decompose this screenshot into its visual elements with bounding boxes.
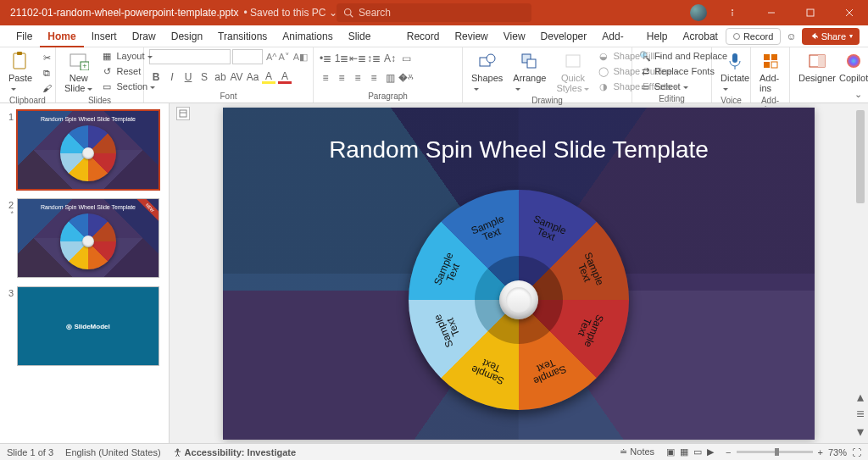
normal-view-button[interactable]: ▣ [666, 446, 675, 457]
changecase-button[interactable]: Aa [246, 70, 259, 84]
feedback-smile-icon[interactable]: ☺ [786, 30, 796, 42]
tab-view[interactable]: View [496, 25, 533, 47]
tab-help[interactable]: Help [639, 25, 676, 47]
italic-button[interactable]: I [165, 70, 179, 84]
status-bar: Slide 1 of 3 English (United States) Acc… [0, 443, 868, 460]
tab-review[interactable]: Review [447, 25, 495, 47]
ribbon-tabs: FileHomeInsertDrawDesignTransitionsAnima… [0, 25, 868, 47]
tab-slide-show[interactable]: Slide Show [341, 25, 399, 47]
tab-home[interactable]: Home [40, 25, 83, 47]
language-status[interactable]: English (United States) [65, 447, 161, 457]
user-avatar[interactable] [690, 4, 707, 21]
thumbnail-2[interactable]: 2*Random Spin Wheel Slide TemplateNEW [0, 197, 169, 285]
addins-button[interactable]: Add-ins [756, 49, 784, 95]
shapes-button[interactable]: Shapes [468, 49, 506, 95]
outline-toggle-icon[interactable] [176, 107, 190, 120]
zoom-control[interactable]: − + 73% ⛶ [726, 447, 861, 457]
share-icon [809, 31, 818, 41]
ribbon-display-options[interactable] [719, 0, 746, 25]
arrange-button[interactable]: Arrange [509, 49, 549, 95]
underline-button[interactable]: U [181, 70, 195, 84]
highlight-button[interactable]: A [262, 70, 275, 84]
numbering-button[interactable]: 1≣ [335, 52, 348, 65]
slide-1[interactable]: Random Spin Wheel Slide Template SampleT… [223, 108, 815, 440]
shape-fill-button[interactable]: ◒Shape Fill [596, 49, 682, 63]
save-state[interactable]: • Saved to this PC ⌄ [243, 7, 337, 19]
collapse-ribbon-button[interactable]: ⌄ [851, 87, 865, 101]
tab-insert[interactable]: Insert [84, 25, 125, 47]
tab-record[interactable]: Record [399, 25, 448, 47]
listlevel-button[interactable]: ⇤≣ [351, 52, 364, 65]
strike-button[interactable]: S [198, 70, 211, 84]
tab-transitions[interactable]: Transitions [210, 25, 275, 47]
new-slide-button[interactable]: + New Slide [61, 49, 96, 95]
zoom-out-button[interactable]: − [726, 447, 731, 457]
svg-rect-18 [764, 54, 770, 60]
shape-effects-button[interactable]: ◑Shape Effects [596, 80, 682, 93]
font-family-combo[interactable] [149, 49, 231, 64]
copilot-button[interactable]: Copilot [836, 49, 868, 85]
tab-design[interactable]: Design [164, 25, 210, 47]
dictate-button[interactable]: Dictate [717, 49, 753, 95]
vertical-scrollbar[interactable] [854, 110, 866, 419]
font-size-combo[interactable] [232, 49, 263, 64]
font-color-button[interactable]: A [278, 70, 292, 84]
svg-point-27 [176, 448, 179, 451]
zoom-percent[interactable]: 73% [828, 447, 847, 457]
share-button[interactable]: Share ▾ [802, 28, 860, 45]
sorter-view-button[interactable]: ▦ [680, 446, 688, 457]
columns-button[interactable]: ▥ [383, 71, 397, 85]
linespacing-button[interactable]: ↕≣ [367, 52, 381, 65]
tab-draw[interactable]: Draw [125, 25, 164, 47]
search-box[interactable]: Search [337, 3, 531, 22]
notes-button[interactable]: ≐ Notes [620, 446, 654, 457]
close-button[interactable] [836, 0, 863, 25]
slide-counter[interactable]: Slide 1 of 3 [7, 447, 53, 457]
svg-rect-7 [14, 53, 25, 69]
copy-button[interactable]: ⧉ [39, 66, 54, 80]
align-center-button[interactable]: ≡ [335, 71, 348, 85]
textdirection-button[interactable]: A↕ [383, 52, 397, 65]
reading-view-button[interactable]: ▭ [693, 446, 702, 457]
maximize-button[interactable] [797, 0, 824, 25]
svg-rect-19 [771, 54, 777, 60]
align-justify-button[interactable]: ≡ [367, 71, 381, 85]
bold-button[interactable]: B [149, 70, 163, 84]
align-right-button[interactable]: ≡ [351, 71, 364, 85]
format-painter-button[interactable]: 🖌 [39, 81, 54, 95]
workspace: 1Random Spin Wheel Slide Template2*Rando… [0, 103, 868, 443]
record-icon [733, 33, 740, 40]
spin-wheel: SampleTextSampleTextSampleTextSampleText… [409, 190, 629, 410]
group-label-paragraph: Paragraph [319, 91, 457, 103]
wheel-hub [499, 280, 538, 319]
align-left-button[interactable]: ≡ [319, 71, 332, 85]
group-label-clipboard: Clipboard [5, 95, 50, 107]
paste-button[interactable]: Paste [5, 49, 36, 95]
aligntext-button[interactable]: ▭ [399, 52, 413, 65]
cut-button[interactable]: ✂ [39, 51, 54, 64]
tab-acrobat[interactable]: Acrobat [676, 25, 726, 47]
smartart-button[interactable]: �ⰻ [399, 71, 413, 85]
shape-outline-button[interactable]: ◯Shape Outline [596, 64, 682, 78]
slideshow-view-button[interactable]: ▶ [707, 446, 714, 457]
svg-line-1 [350, 14, 353, 17]
minimize-button[interactable] [758, 0, 785, 25]
thumbnail-1[interactable]: 1Random Spin Wheel Slide Template [0, 108, 169, 197]
zoom-in-button[interactable]: + [818, 447, 823, 457]
tab-developer[interactable]: Developer [533, 25, 595, 47]
tab-file[interactable]: File [8, 25, 40, 47]
shadow-button[interactable]: ab [214, 70, 227, 84]
font-format-row: B I U S ab AV Aa A A [149, 70, 292, 84]
tab-animations[interactable]: Animations [275, 25, 340, 47]
thumbnail-3[interactable]: 3◎ SlideModel [0, 285, 169, 373]
fit-window-button[interactable]: ⛶ [852, 447, 861, 457]
accessibility-status[interactable]: Accessibility: Investigate [173, 447, 297, 457]
title-bar: 21102-01-random-wheel-powerpoint-templat… [0, 0, 868, 25]
record-button[interactable]: Record [726, 28, 781, 45]
svg-text:+: + [82, 62, 86, 70]
slide-nav-arrows[interactable]: ▴≡▾ [854, 389, 866, 440]
tab-add-ins[interactable]: Add-ins [594, 25, 639, 47]
bullets-button[interactable]: •≣ [319, 52, 332, 65]
quick-styles-button[interactable]: Quick Styles [553, 49, 593, 95]
charspacing-button[interactable]: AV [230, 70, 243, 84]
